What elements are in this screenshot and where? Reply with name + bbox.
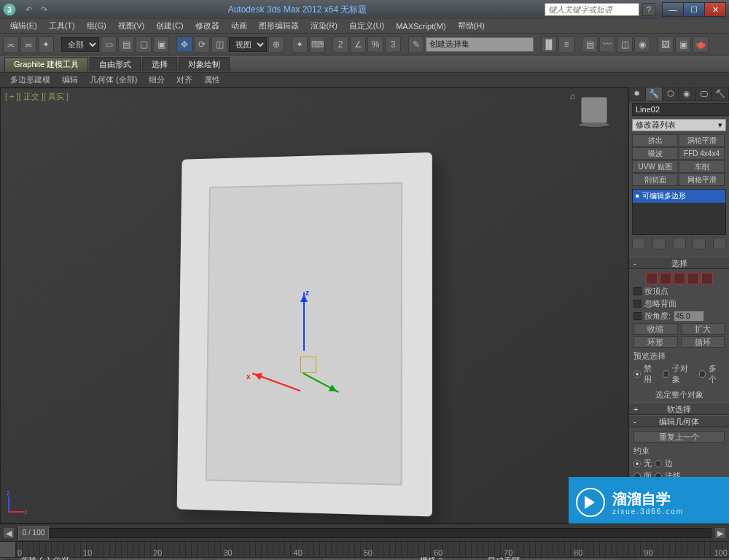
chk-byangle[interactable] xyxy=(634,312,642,320)
object-name-field[interactable] xyxy=(632,103,729,116)
trackbar-toggle-icon[interactable] xyxy=(0,542,16,557)
show-end-icon[interactable] xyxy=(652,238,666,249)
subobj-vertex-icon[interactable] xyxy=(646,273,658,284)
keyboard-icon[interactable]: ⌨ xyxy=(309,36,325,52)
align-icon[interactable]: ≡ xyxy=(558,36,574,52)
material-editor-icon[interactable]: ◉ xyxy=(634,36,650,52)
radio-disable[interactable] xyxy=(634,370,641,378)
tab-create-icon[interactable]: ✹ xyxy=(629,88,646,101)
move-icon[interactable]: ✥ xyxy=(176,36,192,52)
mod-noise[interactable]: 噪波 xyxy=(632,147,678,160)
named-selection-input[interactable] xyxy=(426,37,534,52)
viewcube[interactable] xyxy=(581,97,607,123)
chk-byvertex[interactable] xyxy=(634,287,642,295)
subribbon-geom[interactable]: 几何体 (全部) xyxy=(84,74,143,85)
undo-icon[interactable]: ↶ xyxy=(22,5,35,15)
mod-slice[interactable]: 剖切面 xyxy=(632,174,678,186)
subobj-edge-icon[interactable] xyxy=(660,273,671,284)
subribbon-poly[interactable]: 多边形建模 xyxy=(4,74,56,85)
radio-c-edge[interactable] xyxy=(655,460,662,467)
mod-ffd[interactable]: FFD 4x4x4 xyxy=(679,147,725,160)
menu-edit[interactable]: 编辑(E) xyxy=(4,20,43,31)
btn-grow[interactable]: 扩大 xyxy=(681,323,725,335)
tab-modify-icon[interactable]: 🔧 xyxy=(646,88,663,101)
configure-icon[interactable] xyxy=(713,238,726,249)
menu-group[interactable]: 组(G) xyxy=(81,20,112,31)
select-region-icon[interactable]: ▢ xyxy=(136,36,152,52)
tab-display-icon[interactable]: 🖵 xyxy=(695,88,712,101)
snap-angle-icon[interactable]: ∠ xyxy=(350,36,366,52)
ribbon-tab-paint[interactable]: 对象绘制 xyxy=(179,57,230,71)
close-button[interactable]: ✕ xyxy=(704,2,726,17)
mod-extrude[interactable]: 挤出 xyxy=(632,134,678,147)
ref-coord-dropdown[interactable]: 视图 xyxy=(229,37,267,52)
menu-create[interactable]: 创建(C) xyxy=(150,20,189,31)
menu-views[interactable]: 视图(V) xyxy=(112,20,151,31)
subribbon-edit[interactable]: 编辑 xyxy=(56,74,84,85)
select-name-icon[interactable]: ▤ xyxy=(118,36,134,52)
help-search-input[interactable] xyxy=(545,3,639,16)
btn-repeat[interactable]: 重复上一个 xyxy=(634,431,725,443)
selection-filter[interactable]: 全部 xyxy=(61,37,99,52)
btn-shrink[interactable]: 收缩 xyxy=(634,323,678,335)
menu-modifiers[interactable]: 修改器 xyxy=(190,20,225,31)
remove-mod-icon[interactable] xyxy=(693,238,706,249)
menu-render[interactable]: 渲染(R) xyxy=(305,20,343,31)
menu-grapheditors[interactable]: 图形编辑器 xyxy=(253,20,305,31)
select-icon[interactable]: ▭ xyxy=(101,36,117,52)
render-icon[interactable]: 🫖 xyxy=(693,36,709,52)
subribbon-align[interactable]: 对齐 xyxy=(171,74,198,85)
mod-meshsmooth[interactable]: 网格平滑 xyxy=(679,174,725,186)
subobj-element-icon[interactable] xyxy=(701,273,713,284)
viewport[interactable]: [ + ][ 正交 ][ 真实 ] ⌂ z x z x xyxy=(0,88,628,524)
radio-subobj[interactable] xyxy=(663,370,670,378)
minimize-button[interactable]: — xyxy=(662,2,684,17)
mod-lathe[interactable]: 车削 xyxy=(679,160,725,173)
btn-loop[interactable]: 循环 xyxy=(681,336,725,348)
unique-icon[interactable] xyxy=(673,238,686,249)
layers-icon[interactable]: ▤ xyxy=(582,36,598,52)
tab-hierarchy-icon[interactable]: ⬡ xyxy=(663,88,679,101)
app-logo[interactable]: 3 xyxy=(3,3,16,16)
help-icon[interactable]: ? xyxy=(642,3,655,16)
mod-uvw[interactable]: UVW 贴图 xyxy=(632,160,678,173)
mirror-icon[interactable]: ▐▌ xyxy=(541,36,557,52)
rollout-select-head[interactable]: 选择 xyxy=(629,257,729,269)
pin-stack-icon[interactable] xyxy=(632,238,645,249)
render-setup-icon[interactable]: 🖼 xyxy=(658,36,674,52)
rotate-icon[interactable]: ⟳ xyxy=(194,36,210,52)
schematic-icon[interactable]: ◫ xyxy=(617,36,633,52)
menu-customize[interactable]: 自定义(U) xyxy=(343,20,390,31)
bind-icon[interactable]: ✦ xyxy=(38,36,54,52)
subobj-border-icon[interactable] xyxy=(674,273,685,284)
viewcube-home-icon[interactable]: ⌂ xyxy=(570,91,575,101)
gizmo-center[interactable] xyxy=(300,357,316,373)
time-next-icon[interactable]: ▶ xyxy=(714,527,726,539)
menu-animation[interactable]: 动画 xyxy=(225,20,253,31)
redo-icon[interactable]: ↷ xyxy=(37,5,50,15)
ribbon-tab-freeform[interactable]: 自由形式 xyxy=(90,57,141,71)
rollout-editgeom-head[interactable]: 编辑几何体 xyxy=(629,415,729,427)
snap-percent-icon[interactable]: % xyxy=(367,36,383,52)
subobj-poly-icon[interactable] xyxy=(687,273,699,284)
radio-c-none[interactable] xyxy=(634,460,641,467)
menu-maxscript[interactable]: MAXScript(M) xyxy=(390,22,451,31)
unlink-icon[interactable]: ⫘ xyxy=(20,36,36,52)
stack-epoly[interactable]: 可编辑多边形 xyxy=(633,190,725,203)
link-icon[interactable]: ⫘ xyxy=(3,36,19,52)
menu-tools[interactable]: 工具(T) xyxy=(43,20,81,31)
subribbon-props[interactable]: 属性 xyxy=(198,74,226,85)
pivot-icon[interactable]: ⊕ xyxy=(268,36,284,52)
ribbon-tab-selection[interactable]: 选择 xyxy=(142,57,177,71)
tab-utilities-icon[interactable]: 🔨 xyxy=(712,88,729,101)
time-prev-icon[interactable]: ◀ xyxy=(3,527,15,539)
window-crossing-icon[interactable]: ▣ xyxy=(153,36,169,52)
manip-icon[interactable]: ✦ xyxy=(292,36,308,52)
modifier-stack[interactable]: 可编辑多边形 xyxy=(632,189,726,235)
modifier-list-dropdown[interactable]: 修改器列表▾ xyxy=(632,119,726,131)
curve-editor-icon[interactable]: 〰 xyxy=(599,36,615,52)
btn-ring[interactable]: 环形 xyxy=(634,336,678,348)
angle-spinner[interactable] xyxy=(674,311,704,322)
rollout-softsel-head[interactable]: 软选择 xyxy=(629,402,729,415)
time-slider-track[interactable]: 0 / 100 xyxy=(17,528,712,538)
